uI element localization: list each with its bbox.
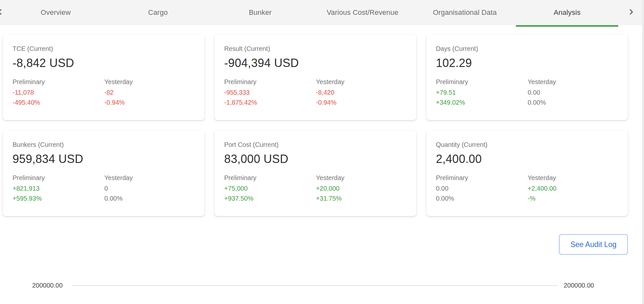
card-metrics: Preliminary +821,913 +595.93% Yesterday … (13, 174, 195, 204)
preliminary-label: Preliminary (224, 174, 316, 182)
card-current-value: 2,400.00 (436, 152, 618, 166)
yesterday-metric: Yesterday +20,000 +31.75% (316, 174, 406, 204)
yesterday-value: +20,000 (316, 184, 406, 194)
kpi-card-bunkers: Bunkers (Current) 959,834 USD Preliminar… (3, 131, 204, 216)
tab-bar: Overview Cargo Bunker Various Cost/Reven… (0, 0, 644, 25)
card-metrics: Preliminary +79.51 +349.02% Yesterday 0.… (436, 78, 618, 108)
tab-organisational-data[interactable]: Organisational Data (414, 0, 516, 25)
card-metrics: Preliminary +75,000 +937.50% Yesterday +… (224, 174, 406, 204)
analysis-content: TCE (Current) -8,842 USD Preliminary -11… (0, 25, 644, 216)
card-title: Days (Current) (436, 45, 618, 52)
yesterday-metric: Yesterday -8,420 -0.94% (316, 78, 406, 108)
preliminary-metric: Preliminary 0.00 0.00% (436, 174, 528, 204)
yesterday-label: Yesterday (316, 78, 406, 86)
preliminary-metric: Preliminary -11,078 -495.40% (13, 78, 104, 108)
chevron-left-icon (0, 8, 4, 17)
preliminary-label: Preliminary (436, 78, 528, 86)
card-title: Result (Current) (224, 45, 406, 52)
preliminary-value: -955,333 (224, 88, 316, 98)
card-current-value: 83,000 USD (224, 152, 406, 166)
preliminary-metric: Preliminary +79.51 +349.02% (436, 78, 528, 108)
yesterday-percent: -% (528, 194, 618, 204)
yesterday-label: Yesterday (104, 174, 195, 182)
preliminary-value: +79.51 (436, 88, 528, 98)
scale-left-label: 200000.00 (32, 282, 63, 289)
yesterday-percent: -0.94% (104, 98, 195, 108)
preliminary-label: Preliminary (224, 78, 316, 86)
preliminary-percent: +595.93% (13, 194, 104, 204)
yesterday-label: Yesterday (528, 174, 618, 182)
actions-row: See Audit Log (0, 234, 628, 255)
card-metrics: Preliminary -955,333 -1,875.42% Yesterda… (224, 78, 406, 108)
card-current-value: -904,394 USD (224, 56, 406, 70)
kpi-card-days: Days (Current) 102.29 Preliminary +79.51… (426, 35, 628, 120)
yesterday-value: +2,400.00 (528, 184, 618, 194)
scale-axis-line (72, 285, 558, 286)
yesterday-value: -82 (104, 88, 195, 98)
kpi-card-quantity: Quantity (Current) 2,400.00 Preliminary … (426, 131, 628, 216)
tab-various-cost-revenue[interactable]: Various Cost/Revenue (311, 0, 414, 25)
tab-overview[interactable]: Overview (5, 0, 107, 25)
preliminary-percent: -1,875.42% (224, 98, 316, 108)
yesterday-label: Yesterday (528, 78, 618, 86)
tab-analysis[interactable]: Analysis (516, 0, 618, 25)
yesterday-value: 0.00 (528, 88, 618, 98)
kpi-card-tce: TCE (Current) -8,842 USD Preliminary -11… (3, 35, 204, 120)
yesterday-label: Yesterday (104, 78, 195, 86)
preliminary-value: 0.00 (436, 184, 528, 194)
tabs-scroll-right-button[interactable] (618, 0, 644, 25)
scale-right-label: 200000.00 (564, 282, 594, 289)
preliminary-value: +75,000 (224, 184, 316, 194)
preliminary-percent: -495.40% (13, 98, 104, 108)
preliminary-value: +821,913 (13, 184, 104, 194)
card-title: Port Cost (Current) (224, 141, 406, 148)
tab-cargo[interactable]: Cargo (107, 0, 209, 25)
chart-scale-row: 200000.00 200000.00 (0, 282, 644, 289)
preliminary-metric: Preliminary -955,333 -1,875.42% (224, 78, 316, 108)
yesterday-percent: +31.75% (316, 194, 406, 204)
yesterday-metric: Yesterday 0.00 0.00% (528, 78, 618, 108)
card-current-value: 102.29 (436, 56, 618, 70)
kpi-card-port-cost: Port Cost (Current) 83,000 USD Prelimina… (214, 131, 416, 216)
see-audit-log-button[interactable]: See Audit Log (559, 234, 628, 255)
tabs-scroll-left-button[interactable] (0, 0, 5, 25)
yesterday-metric: Yesterday -82 -0.94% (104, 78, 195, 108)
preliminary-metric: Preliminary +75,000 +937.50% (224, 174, 316, 204)
preliminary-label: Preliminary (13, 78, 104, 86)
card-current-value: -8,842 USD (13, 56, 195, 70)
preliminary-percent: 0.00% (436, 194, 528, 204)
yesterday-value: 0 (104, 184, 195, 194)
card-current-value: 959,834 USD (13, 152, 195, 166)
tab-bunker[interactable]: Bunker (209, 0, 311, 25)
preliminary-percent: +937.50% (224, 194, 316, 204)
preliminary-percent: +349.02% (436, 98, 528, 108)
yesterday-percent: 0.00% (528, 98, 618, 108)
preliminary-value: -11,078 (13, 88, 104, 98)
card-title: Quantity (Current) (436, 141, 618, 148)
card-metrics: Preliminary -11,078 -495.40% Yesterday -… (13, 78, 195, 108)
yesterday-metric: Yesterday +2,400.00 -% (528, 174, 618, 204)
preliminary-metric: Preliminary +821,913 +595.93% (13, 174, 104, 204)
yesterday-label: Yesterday (316, 174, 406, 182)
chevron-right-icon (627, 8, 635, 17)
card-title: Bunkers (Current) (13, 141, 195, 148)
kpi-card-result: Result (Current) -904,394 USD Preliminar… (214, 35, 416, 120)
preliminary-label: Preliminary (13, 174, 104, 182)
card-title: TCE (Current) (13, 45, 195, 52)
kpi-card-grid: TCE (Current) -8,842 USD Preliminary -11… (3, 35, 628, 216)
preliminary-label: Preliminary (436, 174, 528, 182)
vertical-scrollbar[interactable] (642, 0, 644, 304)
yesterday-percent: 0.00% (104, 194, 195, 204)
yesterday-metric: Yesterday 0 0.00% (104, 174, 195, 204)
card-metrics: Preliminary 0.00 0.00% Yesterday +2,400.… (436, 174, 618, 204)
yesterday-value: -8,420 (316, 88, 406, 98)
yesterday-percent: -0.94% (316, 98, 406, 108)
